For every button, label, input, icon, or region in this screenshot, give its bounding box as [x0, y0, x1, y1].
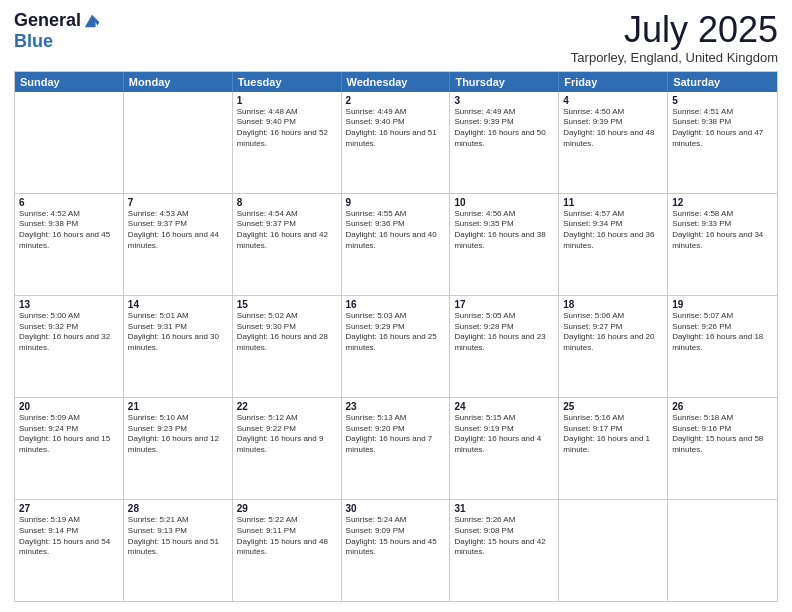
day-number: 4 [563, 95, 663, 106]
day-number: 15 [237, 299, 337, 310]
cell-info: Sunrise: 4:48 AM Sunset: 9:40 PM Dayligh… [237, 107, 337, 150]
page: General Blue July 2025 Tarporley, Englan… [0, 0, 792, 612]
calendar-row-0: 1Sunrise: 4:48 AM Sunset: 9:40 PM Daylig… [15, 92, 777, 193]
day-number: 14 [128, 299, 228, 310]
day-number: 1 [237, 95, 337, 106]
day-number: 13 [19, 299, 119, 310]
cal-cell-4-0: 27Sunrise: 5:19 AM Sunset: 9:14 PM Dayli… [15, 500, 124, 601]
cal-cell-3-2: 22Sunrise: 5:12 AM Sunset: 9:22 PM Dayli… [233, 398, 342, 499]
cal-cell-4-5 [559, 500, 668, 601]
cal-cell-0-3: 2Sunrise: 4:49 AM Sunset: 9:40 PM Daylig… [342, 92, 451, 193]
cell-info: Sunrise: 5:18 AM Sunset: 9:16 PM Dayligh… [672, 413, 773, 456]
header-thursday: Thursday [450, 72, 559, 92]
cell-info: Sunrise: 5:21 AM Sunset: 9:13 PM Dayligh… [128, 515, 228, 558]
day-number: 31 [454, 503, 554, 514]
cell-info: Sunrise: 5:26 AM Sunset: 9:08 PM Dayligh… [454, 515, 554, 558]
logo: General Blue [14, 10, 101, 52]
cell-info: Sunrise: 5:10 AM Sunset: 9:23 PM Dayligh… [128, 413, 228, 456]
cal-cell-0-2: 1Sunrise: 4:48 AM Sunset: 9:40 PM Daylig… [233, 92, 342, 193]
header-friday: Friday [559, 72, 668, 92]
cell-info: Sunrise: 5:05 AM Sunset: 9:28 PM Dayligh… [454, 311, 554, 354]
cell-info: Sunrise: 5:12 AM Sunset: 9:22 PM Dayligh… [237, 413, 337, 456]
cal-cell-1-2: 8Sunrise: 4:54 AM Sunset: 9:37 PM Daylig… [233, 194, 342, 295]
cal-cell-4-4: 31Sunrise: 5:26 AM Sunset: 9:08 PM Dayli… [450, 500, 559, 601]
cal-cell-1-6: 12Sunrise: 4:58 AM Sunset: 9:33 PM Dayli… [668, 194, 777, 295]
cal-cell-1-3: 9Sunrise: 4:55 AM Sunset: 9:36 PM Daylig… [342, 194, 451, 295]
cell-info: Sunrise: 5:22 AM Sunset: 9:11 PM Dayligh… [237, 515, 337, 558]
cal-cell-0-4: 3Sunrise: 4:49 AM Sunset: 9:39 PM Daylig… [450, 92, 559, 193]
month-title: July 2025 [571, 10, 778, 50]
logo-blue-text: Blue [14, 31, 53, 52]
cell-info: Sunrise: 5:16 AM Sunset: 9:17 PM Dayligh… [563, 413, 663, 456]
calendar-body: 1Sunrise: 4:48 AM Sunset: 9:40 PM Daylig… [15, 92, 777, 601]
cell-info: Sunrise: 5:07 AM Sunset: 9:26 PM Dayligh… [672, 311, 773, 354]
title-block: July 2025 Tarporley, England, United Kin… [571, 10, 778, 65]
cal-cell-0-5: 4Sunrise: 4:50 AM Sunset: 9:39 PM Daylig… [559, 92, 668, 193]
cell-info: Sunrise: 5:24 AM Sunset: 9:09 PM Dayligh… [346, 515, 446, 558]
header-saturday: Saturday [668, 72, 777, 92]
cal-cell-1-5: 11Sunrise: 4:57 AM Sunset: 9:34 PM Dayli… [559, 194, 668, 295]
day-number: 2 [346, 95, 446, 106]
cal-cell-2-2: 15Sunrise: 5:02 AM Sunset: 9:30 PM Dayli… [233, 296, 342, 397]
cell-info: Sunrise: 5:19 AM Sunset: 9:14 PM Dayligh… [19, 515, 119, 558]
calendar-row-4: 27Sunrise: 5:19 AM Sunset: 9:14 PM Dayli… [15, 499, 777, 601]
cell-info: Sunrise: 4:54 AM Sunset: 9:37 PM Dayligh… [237, 209, 337, 252]
cal-cell-2-6: 19Sunrise: 5:07 AM Sunset: 9:26 PM Dayli… [668, 296, 777, 397]
header: General Blue July 2025 Tarporley, Englan… [14, 10, 778, 65]
day-number: 29 [237, 503, 337, 514]
calendar: Sunday Monday Tuesday Wednesday Thursday… [14, 71, 778, 602]
cell-info: Sunrise: 4:53 AM Sunset: 9:37 PM Dayligh… [128, 209, 228, 252]
day-number: 24 [454, 401, 554, 412]
svg-marker-0 [85, 14, 99, 27]
day-number: 18 [563, 299, 663, 310]
day-number: 26 [672, 401, 773, 412]
cell-info: Sunrise: 4:49 AM Sunset: 9:40 PM Dayligh… [346, 107, 446, 150]
cell-info: Sunrise: 4:58 AM Sunset: 9:33 PM Dayligh… [672, 209, 773, 252]
cal-cell-3-4: 24Sunrise: 5:15 AM Sunset: 9:19 PM Dayli… [450, 398, 559, 499]
cal-cell-1-1: 7Sunrise: 4:53 AM Sunset: 9:37 PM Daylig… [124, 194, 233, 295]
day-number: 10 [454, 197, 554, 208]
cal-cell-3-5: 25Sunrise: 5:16 AM Sunset: 9:17 PM Dayli… [559, 398, 668, 499]
cell-info: Sunrise: 4:55 AM Sunset: 9:36 PM Dayligh… [346, 209, 446, 252]
logo-icon [83, 12, 101, 30]
day-number: 25 [563, 401, 663, 412]
cal-cell-3-0: 20Sunrise: 5:09 AM Sunset: 9:24 PM Dayli… [15, 398, 124, 499]
cell-info: Sunrise: 5:15 AM Sunset: 9:19 PM Dayligh… [454, 413, 554, 456]
cell-info: Sunrise: 5:13 AM Sunset: 9:20 PM Dayligh… [346, 413, 446, 456]
cal-cell-4-6 [668, 500, 777, 601]
day-number: 19 [672, 299, 773, 310]
cal-cell-3-6: 26Sunrise: 5:18 AM Sunset: 9:16 PM Dayli… [668, 398, 777, 499]
day-number: 3 [454, 95, 554, 106]
cell-info: Sunrise: 5:03 AM Sunset: 9:29 PM Dayligh… [346, 311, 446, 354]
day-number: 17 [454, 299, 554, 310]
day-number: 27 [19, 503, 119, 514]
cal-cell-3-1: 21Sunrise: 5:10 AM Sunset: 9:23 PM Dayli… [124, 398, 233, 499]
cal-cell-4-1: 28Sunrise: 5:21 AM Sunset: 9:13 PM Dayli… [124, 500, 233, 601]
cal-cell-1-4: 10Sunrise: 4:56 AM Sunset: 9:35 PM Dayli… [450, 194, 559, 295]
day-number: 11 [563, 197, 663, 208]
day-number: 6 [19, 197, 119, 208]
cell-info: Sunrise: 5:00 AM Sunset: 9:32 PM Dayligh… [19, 311, 119, 354]
cal-cell-0-1 [124, 92, 233, 193]
calendar-header: Sunday Monday Tuesday Wednesday Thursday… [15, 72, 777, 92]
cell-info: Sunrise: 5:06 AM Sunset: 9:27 PM Dayligh… [563, 311, 663, 354]
cell-info: Sunrise: 5:09 AM Sunset: 9:24 PM Dayligh… [19, 413, 119, 456]
cell-info: Sunrise: 4:57 AM Sunset: 9:34 PM Dayligh… [563, 209, 663, 252]
cal-cell-3-3: 23Sunrise: 5:13 AM Sunset: 9:20 PM Dayli… [342, 398, 451, 499]
header-wednesday: Wednesday [342, 72, 451, 92]
cal-cell-4-2: 29Sunrise: 5:22 AM Sunset: 9:11 PM Dayli… [233, 500, 342, 601]
svg-marker-1 [96, 21, 100, 25]
calendar-row-1: 6Sunrise: 4:52 AM Sunset: 9:38 PM Daylig… [15, 193, 777, 295]
cal-cell-2-3: 16Sunrise: 5:03 AM Sunset: 9:29 PM Dayli… [342, 296, 451, 397]
day-number: 30 [346, 503, 446, 514]
day-number: 12 [672, 197, 773, 208]
cal-cell-2-4: 17Sunrise: 5:05 AM Sunset: 9:28 PM Dayli… [450, 296, 559, 397]
cal-cell-0-6: 5Sunrise: 4:51 AM Sunset: 9:38 PM Daylig… [668, 92, 777, 193]
cal-cell-2-5: 18Sunrise: 5:06 AM Sunset: 9:27 PM Dayli… [559, 296, 668, 397]
calendar-row-2: 13Sunrise: 5:00 AM Sunset: 9:32 PM Dayli… [15, 295, 777, 397]
cell-info: Sunrise: 5:01 AM Sunset: 9:31 PM Dayligh… [128, 311, 228, 354]
day-number: 28 [128, 503, 228, 514]
day-number: 16 [346, 299, 446, 310]
day-number: 7 [128, 197, 228, 208]
header-tuesday: Tuesday [233, 72, 342, 92]
